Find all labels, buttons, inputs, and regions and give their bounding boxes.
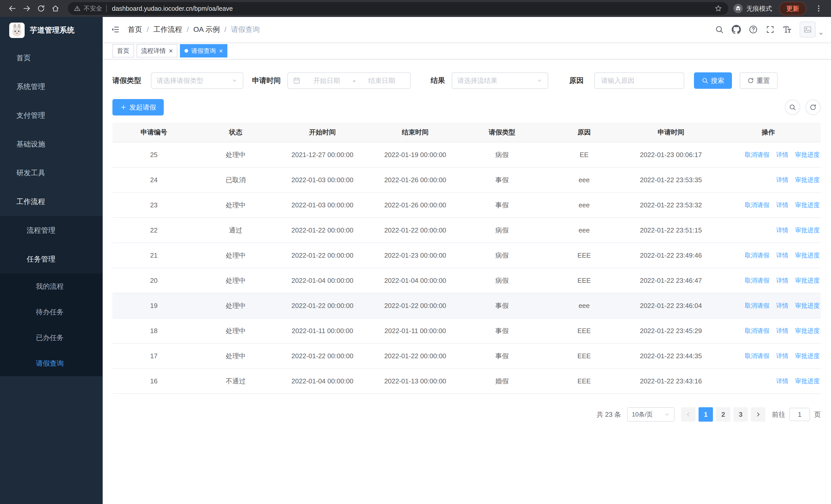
detail-link[interactable]: 详情 bbox=[775, 251, 789, 260]
detail-link[interactable]: 详情 bbox=[775, 377, 789, 385]
cell-start: 2022-01-03 00:00:00 bbox=[276, 192, 369, 217]
detail-link[interactable]: 详情 bbox=[775, 327, 789, 335]
leave-type-select[interactable]: 请选择请假类型 bbox=[151, 72, 243, 89]
sidebar-item-流程管理[interactable]: 流程管理 bbox=[0, 216, 103, 245]
chevron-down-icon bbox=[536, 78, 543, 84]
browser-forward-icon[interactable] bbox=[20, 1, 34, 16]
cell-end: 2022-01-13 00:00:00 bbox=[369, 368, 462, 394]
approval-progress-link[interactable]: 审批进度 bbox=[794, 377, 820, 385]
leave-table: 申请编号状态开始时间结束时间请假类型原因申请时间操作 25处理中2021-12-… bbox=[112, 123, 821, 394]
browser-reload-icon[interactable] bbox=[34, 1, 48, 16]
filter-form: 请假类型 请选择请假类型 申请时间 开始日期 - 结束日期 bbox=[112, 72, 821, 89]
bookmark-star-icon[interactable] bbox=[715, 5, 722, 12]
cancel-leave-link[interactable]: 取消请假 bbox=[743, 276, 769, 285]
browser-menu-icon[interactable] bbox=[811, 1, 826, 16]
sidebar-item-首页[interactable]: 首页 bbox=[0, 43, 103, 72]
cell-actions: 取消请假详情审批进度 bbox=[716, 192, 821, 217]
browser-back-icon[interactable] bbox=[5, 1, 20, 16]
sidebar-item-请假查询[interactable]: 请假查询 bbox=[0, 351, 103, 376]
sidebar-item-基础设施[interactable]: 基础设施 bbox=[0, 130, 103, 158]
sidebar-item-研发工具[interactable]: 研发工具 bbox=[0, 158, 103, 187]
next-page-button[interactable] bbox=[751, 407, 765, 422]
apply-time-range-picker[interactable]: 开始日期 - 结束日期 bbox=[287, 72, 411, 89]
create-leave-button[interactable]: 发起请假 bbox=[112, 99, 164, 116]
github-icon[interactable] bbox=[728, 21, 745, 38]
breadcrumb-item[interactable]: 首页 bbox=[128, 25, 142, 34]
toggle-search-button[interactable] bbox=[785, 99, 800, 115]
tab-close-icon[interactable]: × bbox=[219, 48, 223, 54]
row-actions: 取消请假详情审批进度 bbox=[716, 301, 821, 310]
cell-id: 18 bbox=[112, 318, 195, 343]
sidebar-item-我的流程[interactable]: 我的流程 bbox=[0, 273, 103, 299]
cell-start: 2021-12-27 00:00:00 bbox=[276, 142, 369, 167]
reason-input[interactable] bbox=[594, 72, 684, 89]
page-size-select[interactable]: 10条/页 bbox=[627, 407, 675, 422]
detail-link[interactable]: 详情 bbox=[775, 352, 789, 360]
cell-type: 婚假 bbox=[462, 368, 543, 394]
detail-link[interactable]: 详情 bbox=[775, 276, 789, 285]
header-search-icon[interactable] bbox=[711, 21, 728, 38]
fullscreen-icon[interactable] bbox=[762, 21, 779, 38]
cell-applied: 2022-01-23 00:06:17 bbox=[626, 142, 716, 167]
cell-type: 事假 bbox=[462, 343, 543, 368]
approval-progress-link[interactable]: 审批进度 bbox=[794, 327, 820, 335]
refresh-table-button[interactable] bbox=[805, 99, 821, 115]
approval-progress-link[interactable]: 审批进度 bbox=[794, 251, 820, 260]
app-logo[interactable]: 芋道管理系统 bbox=[0, 17, 103, 43]
cell-applied: 2022-01-22 23:51:15 bbox=[626, 217, 716, 243]
detail-link[interactable]: 详情 bbox=[775, 301, 789, 310]
page-number-2[interactable]: 2 bbox=[716, 407, 730, 422]
cancel-leave-link[interactable]: 取消请假 bbox=[743, 151, 769, 159]
cancel-leave-link[interactable]: 取消请假 bbox=[743, 251, 769, 260]
goto-page-input[interactable] bbox=[790, 408, 810, 421]
prev-page-button[interactable] bbox=[681, 407, 695, 422]
approval-progress-link[interactable]: 审批进度 bbox=[794, 151, 820, 159]
sidebar-item-支付管理[interactable]: 支付管理 bbox=[0, 101, 103, 130]
detail-link[interactable]: 详情 bbox=[775, 201, 789, 209]
sidebar-toggle-icon[interactable] bbox=[111, 25, 120, 34]
approval-progress-link[interactable]: 审批进度 bbox=[794, 276, 820, 285]
page-number-1[interactable]: 1 bbox=[698, 407, 713, 422]
sidebar-item-系统管理[interactable]: 系统管理 bbox=[0, 72, 103, 101]
url-text[interactable]: dashboard.yudao.iocoder.cn/bpm/oa/leave bbox=[112, 5, 715, 12]
cancel-leave-link[interactable]: 取消请假 bbox=[743, 301, 769, 310]
help-icon[interactable] bbox=[745, 21, 762, 38]
result-select[interactable]: 请选择流结果 bbox=[452, 72, 548, 89]
approval-progress-link[interactable]: 审批进度 bbox=[794, 176, 820, 184]
update-button[interactable]: 更新 bbox=[779, 2, 806, 16]
search-button[interactable]: 搜索 bbox=[694, 72, 732, 89]
address-bar[interactable]: 不安全 dashboard.yudao.iocoder.cn/bpm/oa/le… bbox=[68, 2, 728, 15]
sidebar-item-待办任务[interactable]: 待办任务 bbox=[0, 299, 103, 325]
approval-progress-link[interactable]: 审批进度 bbox=[794, 226, 820, 234]
reset-button[interactable]: 重置 bbox=[740, 72, 778, 89]
cancel-leave-link[interactable]: 取消请假 bbox=[743, 327, 769, 335]
font-size-icon[interactable] bbox=[779, 21, 796, 38]
cancel-leave-link[interactable]: 取消请假 bbox=[743, 352, 769, 360]
cell-applied: 2022-01-22 23:43:16 bbox=[626, 368, 716, 394]
browser-right-controls: 无痕模式 更新 bbox=[734, 1, 826, 16]
tab-1[interactable]: 流程详情× bbox=[137, 44, 177, 58]
tab-2[interactable]: 请假查询× bbox=[180, 44, 227, 58]
sidebar-item-任务管理[interactable]: 任务管理 bbox=[0, 245, 103, 273]
cancel-leave-link[interactable]: 取消请假 bbox=[743, 201, 769, 209]
create-leave-label: 发起请假 bbox=[130, 103, 156, 112]
detail-link[interactable]: 详情 bbox=[775, 151, 789, 159]
sidebar-item-已办任务[interactable]: 已办任务 bbox=[0, 325, 103, 351]
breadcrumb-item[interactable]: OA 示例 bbox=[194, 25, 220, 34]
tab-close-icon[interactable]: × bbox=[169, 48, 173, 54]
detail-link[interactable]: 详情 bbox=[775, 226, 789, 234]
cell-id: 16 bbox=[112, 368, 195, 394]
table-row: 21处理中2022-01-22 00:00:002022-01-23 00:00… bbox=[112, 243, 821, 268]
approval-progress-link[interactable]: 审批进度 bbox=[794, 352, 820, 360]
approval-progress-link[interactable]: 审批进度 bbox=[794, 301, 820, 310]
sidebar-item-工作流程[interactable]: 工作流程 bbox=[0, 187, 103, 216]
page-number-3[interactable]: 3 bbox=[734, 407, 748, 422]
detail-link[interactable]: 详情 bbox=[775, 176, 789, 184]
browser-home-icon[interactable] bbox=[48, 1, 63, 16]
breadcrumb-item[interactable]: 工作流程 bbox=[153, 25, 182, 34]
not-secure-icon[interactable] bbox=[74, 5, 81, 12]
tab-0[interactable]: 首页 bbox=[112, 44, 134, 58]
user-menu[interactable] bbox=[800, 22, 824, 37]
approval-progress-link[interactable]: 审批进度 bbox=[794, 201, 820, 209]
apply-time-label: 申请时间 bbox=[252, 76, 281, 85]
